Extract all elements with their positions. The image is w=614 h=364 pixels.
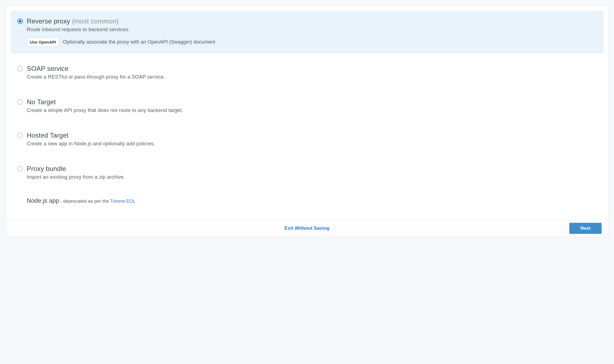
option-proxy-bundle[interactable]: Proxy bundle Import an existing proxy fr… xyxy=(11,158,603,187)
exit-without-saving-link[interactable]: Exit Without Saving xyxy=(284,226,329,231)
radio-proxy-bundle[interactable] xyxy=(17,166,23,172)
proxy-type-panel: Reverse proxy (most common) Route inboun… xyxy=(6,6,608,237)
deprecated-text: - deprecated as per the xyxy=(60,199,110,204)
option-description: Route inbound requests to backend servic… xyxy=(27,27,596,33)
radio-soap-service[interactable] xyxy=(17,66,23,71)
option-title: Reverse proxy (most common) xyxy=(27,17,119,25)
option-title: Hosted Target xyxy=(27,132,69,139)
option-title: Proxy bundle xyxy=(27,165,66,173)
option-soap-service[interactable]: SOAP service Create a RESTful or pass-th… xyxy=(11,58,603,87)
deprecated-title: Node.js app xyxy=(27,197,59,204)
option-description: Import an existing proxy from a zip arch… xyxy=(27,174,596,180)
option-description: Create a new app in Node.js and optional… xyxy=(27,141,596,147)
option-title: SOAP service xyxy=(27,65,68,73)
option-no-target[interactable]: No Target Create a simple API proxy that… xyxy=(11,92,603,120)
wizard-footer: Exit Without Saving Next xyxy=(6,220,608,237)
use-openapi-text: Optionally associate the proxy with an O… xyxy=(63,39,215,45)
option-nodejs-deprecated: Node.js app - deprecated as per the Trir… xyxy=(11,192,603,210)
radio-hosted-target[interactable] xyxy=(17,133,23,138)
trireme-eol-link[interactable]: Trireme EOL xyxy=(110,199,135,204)
next-button[interactable]: Next xyxy=(569,223,602,234)
radio-reverse-proxy[interactable] xyxy=(17,18,23,24)
option-title: No Target xyxy=(27,98,56,106)
option-hosted-target[interactable]: Hosted Target Create a new app in Node.j… xyxy=(11,125,603,153)
option-description: Create a simple API proxy that does not … xyxy=(27,108,596,113)
option-description: Create a RESTful or pass-through proxy f… xyxy=(27,74,596,80)
radio-no-target[interactable] xyxy=(17,99,23,105)
use-openapi-button[interactable]: Use OpenAPI xyxy=(27,38,59,47)
option-reverse-proxy[interactable]: Reverse proxy (most common) Route inboun… xyxy=(11,11,603,53)
